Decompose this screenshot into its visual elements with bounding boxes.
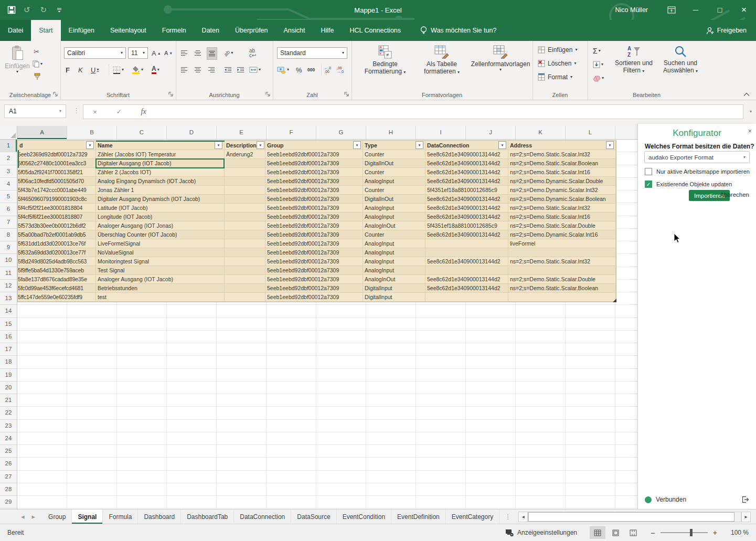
checkbox-checked-icon[interactable]: ✓: [645, 181, 652, 188]
align-middle-button[interactable]: [193, 47, 203, 59]
zoom-out-icon[interactable]: −: [651, 528, 655, 537]
column-header-a[interactable]: A: [17, 126, 67, 139]
cell-description[interactable]: [225, 221, 265, 230]
format-cells-button[interactable]: Format▾: [538, 73, 572, 81]
row-header-18[interactable]: 18: [0, 356, 17, 368]
cell-name[interactable]: Latitude (IOT Jacob): [96, 204, 225, 213]
align-bottom-button[interactable]: [207, 47, 217, 60]
row-header-11[interactable]: 11: [0, 267, 17, 280]
sheet-tab-datasource[interactable]: DataSource: [291, 510, 336, 524]
ribbon-tab-datei[interactable]: Datei: [0, 20, 31, 41]
cell-id[interactable]: 5f9ffe5ba54d1330e759aceb: [18, 266, 96, 275]
decrease-indent-button[interactable]: [223, 64, 233, 76]
row-header-22[interactable]: 22: [0, 407, 17, 419]
cell-description[interactable]: Änderung2: [225, 150, 265, 159]
format-as-table-button[interactable]: Als Tabelle formatieren ▾: [416, 45, 468, 75]
row-header-14[interactable]: 14: [0, 305, 17, 317]
orientation-button[interactable]: ab▾: [223, 47, 234, 59]
share-button[interactable]: Freigeben: [706, 20, 747, 41]
name-box[interactable]: A1 ▾: [4, 104, 66, 118]
cell-dataconnection[interactable]: 5ee8c62d1e340900013144d2: [425, 213, 508, 221]
cell-description[interactable]: [225, 186, 265, 195]
column-header-g[interactable]: G: [316, 126, 366, 139]
cell-address[interactable]: [508, 293, 616, 302]
ribbon-tab-berpr-fen[interactable]: Überprüfen: [227, 20, 276, 41]
cell-address[interactable]: ns=2;s=Demo.Static.Scalar.Int32: [508, 204, 616, 213]
cell-id[interactable]: 5f631dd1dd3d0200013ce76f: [18, 239, 96, 248]
column-header-e[interactable]: E: [217, 126, 267, 139]
sheet-tab-group[interactable]: Group: [42, 510, 72, 524]
minimize-button[interactable]: ─: [684, 0, 708, 20]
italic-button[interactable]: K: [77, 64, 84, 76]
cell-type[interactable]: DigitalInOut: [363, 159, 425, 168]
cell-id[interactable]: 5f4650960791990001903c8c: [18, 195, 96, 204]
cell-name[interactable]: Digitaler Ausgang Dynamisch (IOT Jacob): [96, 195, 225, 204]
ribbon-tab-formeln[interactable]: Formeln: [154, 20, 194, 41]
paste-button[interactable]: Einfügen ▾: [4, 45, 30, 74]
cell-id[interactable]: 5ffc147de559e0e60235fdf9: [18, 293, 96, 302]
cell-address[interactable]: ns=2;s=Demo.Dynamic.Scalar.Double: [508, 177, 616, 186]
font-size-combo[interactable]: 11▾: [128, 47, 148, 59]
ribbon-tab-seitenlayout[interactable]: Seitenlayout: [102, 20, 154, 41]
font-dialog-launcher[interactable]: [168, 91, 174, 97]
row-header-27[interactable]: 27: [0, 471, 17, 483]
row-header-9[interactable]: 9: [0, 241, 17, 254]
cell-dataconnection[interactable]: [425, 293, 508, 302]
cell-type[interactable]: AnalogInput: [363, 213, 425, 221]
cell-id[interactable]: 5f0562c27480c10001ea3cc3: [18, 159, 96, 168]
panel-close-icon[interactable]: ×: [748, 127, 752, 135]
row-header-24[interactable]: 24: [0, 432, 17, 445]
borders-button[interactable]: ▾: [112, 64, 125, 76]
cell-id[interactable]: 5f573d3b30ee0b00012b6df2: [18, 221, 96, 230]
cell-type[interactable]: AnalogInOut: [363, 275, 425, 284]
cut-button[interactable]: ✂: [33, 46, 40, 57]
cell-type[interactable]: AnalogInput: [363, 177, 425, 186]
cell-name[interactable]: Monitoringtest Signal: [96, 257, 225, 266]
save-button[interactable]: [7, 6, 16, 14]
insert-cells-button[interactable]: Einfügen▾: [538, 46, 577, 54]
cell-group[interactable]: 5eeb1eebd92dbf00012a7309: [265, 150, 363, 159]
cell-group[interactable]: 5eeb1eebd92dbf00012a7309: [265, 230, 363, 239]
autosum-button[interactable]: Σ▾: [592, 45, 602, 57]
cell-id[interactable]: 5fc0d99ae453f6ecefcd4681: [18, 284, 96, 293]
cell-type[interactable]: DigitalInput: [363, 284, 425, 293]
cell-type[interactable]: AnalogInput: [363, 248, 425, 257]
ribbon-tab-daten[interactable]: Daten: [194, 20, 227, 41]
filter-button-dataconnection[interactable]: ▾: [498, 141, 506, 149]
cell-description[interactable]: [225, 168, 265, 177]
checkbox-update-objects[interactable]: ✓ Existierende Objekte updaten: [645, 181, 732, 188]
view-normal-button[interactable]: [590, 526, 605, 539]
cell-type[interactable]: AnalogInput: [363, 257, 425, 266]
column-header-b[interactable]: B: [67, 126, 117, 139]
cell-description[interactable]: [225, 293, 265, 302]
row-header-15[interactable]: 15: [0, 318, 17, 331]
column-header-f[interactable]: F: [267, 126, 316, 139]
cancel-entry-icon[interactable]: ×: [93, 108, 97, 116]
redo-button[interactable]: ↻▾: [40, 5, 49, 15]
find-select-button[interactable]: Suchen und Auswählen ▾: [658, 45, 703, 74]
select-all-corner[interactable]: [0, 126, 17, 140]
ribbon-tab-hcl-connections[interactable]: HCL Connections: [342, 20, 409, 41]
tell-me-search[interactable]: Was möchten Sie tun?: [420, 20, 496, 41]
cell-address[interactable]: [508, 266, 616, 275]
row-header-1[interactable]: 1: [0, 140, 17, 152]
cell-address[interactable]: ns=2;s=Demo.Static.Scalar.Double: [508, 275, 616, 284]
scroll-left-icon[interactable]: ◂: [518, 512, 528, 522]
accounting-format-button[interactable]: ▾: [276, 64, 290, 76]
cell-dataconnection[interactable]: 5ee8c62d1e340900013144d2: [425, 257, 508, 266]
cell-id[interactable]: 5eeb2369d92dbf00012a7329: [18, 150, 96, 159]
number-dialog-launcher[interactable]: [344, 91, 349, 97]
view-page-break-button[interactable]: [625, 526, 641, 539]
cell-dataconnection[interactable]: 5ee8c62d1e340900013144d2: [425, 168, 508, 177]
decrease-decimal-button[interactable]: ,00→,0: [336, 64, 345, 76]
column-header-k[interactable]: K: [516, 126, 566, 139]
font-name-combo[interactable]: Calibri▾: [64, 47, 126, 59]
column-header-h[interactable]: H: [366, 126, 416, 139]
ribbon-tab-ansicht[interactable]: Ansicht: [276, 20, 313, 41]
ribbon-tab-hilfe[interactable]: Hilfe: [313, 20, 342, 41]
cancel-button[interactable]: Abbrechen: [720, 192, 749, 198]
customize-qat-button[interactable]: [57, 7, 62, 13]
cell-description[interactable]: [225, 257, 265, 266]
confirm-entry-icon[interactable]: ✓: [116, 108, 122, 115]
cell-group[interactable]: 5eeb1eebd92dbf00012a7309: [265, 195, 363, 204]
